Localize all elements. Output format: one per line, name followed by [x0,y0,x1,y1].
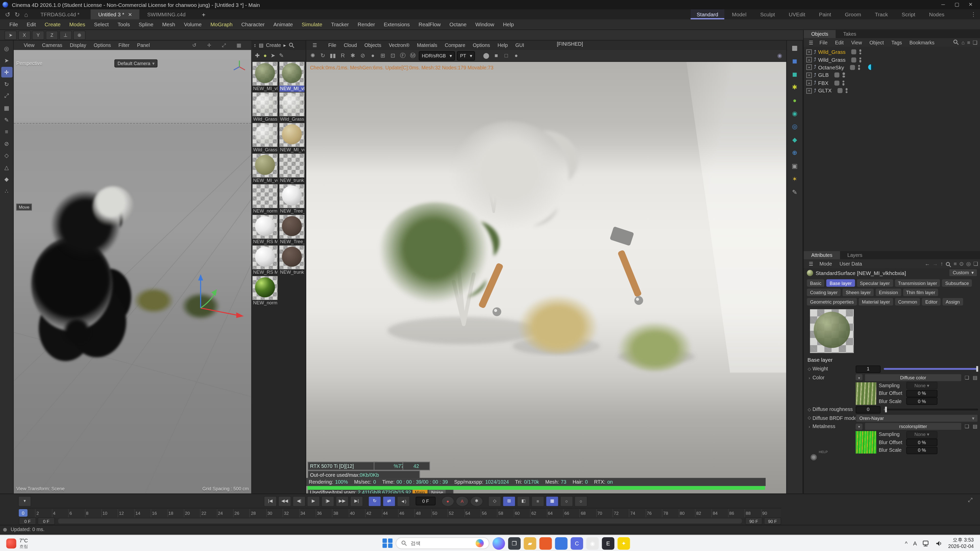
attribute-tab-chip[interactable]: Thin film layer [903,289,939,296]
coordinate-system-button[interactable]: ⊕ [73,30,86,40]
search-icon[interactable] [953,39,959,45]
weather-widget[interactable]: 7°C 흐림 [0,537,35,549]
octane-cube-blue-icon[interactable]: ◼ [792,57,797,65]
object-row[interactable]: + ⤴ Wild_Grass [803,56,980,64]
octane-sun-icon[interactable]: ✶ [792,176,797,183]
popout-icon[interactable]: ❏ [973,39,978,45]
viewport-menu-item[interactable]: Display [66,43,90,48]
timeline-ruler[interactable]: 0246810121416182022242628303234363840424… [19,508,781,517]
render-settings-button[interactable]: ✱ [349,51,357,60]
viewport-menu-item[interactable]: Filter [115,43,133,48]
menu-item[interactable]: Select [89,21,113,27]
maximize-button[interactable]: ▢ [950,0,964,10]
loop-toggle[interactable]: ↻ [368,495,381,507]
rotate-tool[interactable]: ↻ [1,79,12,89]
menu-item[interactable]: File [5,21,22,27]
attribute-tab-chip[interactable]: Coating layer [807,289,841,296]
next-frame-button[interactable]: |▶ [321,495,334,507]
attribute-tab-chip[interactable]: Subsurface [942,279,972,287]
material-item[interactable]: NEW_RS M [252,215,277,245]
lock-icon[interactable]: ⊙ [959,260,964,267]
hamburger-icon[interactable]: ☰ [806,261,816,266]
objects-menu-item[interactable]: Object [865,40,888,45]
live-viewer-menu-item[interactable]: Compare [441,43,469,48]
key-parameter-toggle[interactable]: ≡ [531,495,544,507]
material-picker-button[interactable]: ● [369,51,377,60]
filter-icon[interactable]: ≡ [954,260,957,267]
network-icon[interactable] [923,540,930,546]
viewport-pan-icon[interactable]: ✛ [204,42,215,48]
octane-material-icon[interactable]: ✱ [792,84,797,91]
goto-end-button[interactable]: ▶| [350,495,363,507]
layout-icon[interactable]: ▤ [259,43,264,48]
visibility-dots[interactable] [845,88,848,94]
expand-icon[interactable]: + [806,57,812,62]
panel-tab[interactable]: Takes [836,30,864,38]
undo-icon[interactable]: ↺ [5,11,11,18]
blur-scale-input[interactable]: 0 % [906,446,937,454]
metalness-texture-thumbnail[interactable] [856,431,877,454]
camera-selector[interactable]: Default Camera▾ [115,59,158,68]
color-texture-button[interactable]: Diffuse color [864,373,962,381]
attribute-tab-chip[interactable]: Emission [876,289,901,296]
objects-menu-item[interactable]: Edit [831,40,847,45]
visibility-dots[interactable] [842,80,845,86]
material-item[interactable]: Wild_Grass [252,92,277,122]
render-canvas[interactable]: Check:0ms./1ms. MeshGen:6ms. Update[C]:0… [306,62,786,493]
menu-item[interactable]: Window [471,21,498,27]
folder-icon[interactable]: ❏ [964,375,970,380]
live-viewer-menu-item[interactable]: Vectron® [385,43,413,48]
material-item[interactable]: Wild_Grass [252,123,277,153]
speaker-icon[interactable] [935,540,942,546]
workspace-tab[interactable]: Track [869,10,894,19]
workspace-tab[interactable]: UVEdit [783,10,811,19]
folder-icon[interactable]: ❏ [964,424,970,429]
range-inner-start[interactable]: 0 F [38,517,55,525]
object-row[interactable]: + ⤴ GLB [803,71,980,79]
close-button[interactable]: ✕ [964,0,977,10]
menu-item[interactable]: Octane [445,21,471,27]
camera-lock-icon[interactable]: ⬤ [482,51,490,60]
menu-item[interactable]: Extensions [380,21,414,27]
octane-proxy-icon[interactable]: ▣ [792,162,797,170]
record-button[interactable]: ● [441,495,454,507]
autokey-button[interactable]: A [455,495,469,507]
goto-start-button[interactable]: |◀ [264,495,277,507]
edit-toggle-icon[interactable] [851,57,856,62]
start-button[interactable] [383,538,393,548]
pick-material-icon[interactable]: ➤ [270,52,275,58]
menu-item[interactable]: Edit [22,21,40,27]
menu-item[interactable]: Modes [65,21,89,27]
roughness-slider[interactable] [884,409,978,410]
lock-y-axis-button[interactable]: Y [32,30,45,40]
sampling-select[interactable]: None ▾ [906,382,937,389]
material-item[interactable]: NEW_MI_vl [252,62,277,92]
expand-icon[interactable]: + [806,65,812,70]
redo-icon[interactable]: ↻ [14,11,20,18]
object-row[interactable]: + ⤴ GLTX [803,87,980,94]
epic-games-icon[interactable]: E [602,537,614,549]
panel-tab[interactable]: Objects [803,30,835,38]
workspace-tab[interactable]: Model [726,10,753,19]
kernel-select[interactable]: PT▾ [457,51,475,60]
material-item[interactable]: NEW_trunk [280,154,304,184]
attribute-tab-chip[interactable]: Sheen layer [843,289,874,296]
photos-icon[interactable] [555,537,568,549]
attribute-tab-chip[interactable]: Material layer [859,298,893,305]
document-tab[interactable]: SWIMMING.c4d [140,10,197,19]
material-item[interactable]: NEW_MI_vc [280,123,304,153]
viewport-menu-item[interactable]: Cameras [38,43,66,48]
film-region-icon[interactable]: ■ [492,51,500,60]
material-item[interactable]: NEW_Tree_ [280,184,304,214]
keying-set-2[interactable]: ○ [574,495,587,507]
menu-item[interactable]: Create [40,21,65,27]
brdf-select[interactable]: Oren-Nayar▾ [856,414,978,422]
ball-preview-icon[interactable]: ● [512,51,520,60]
snap-tool[interactable]: ∴ [1,186,12,196]
object-row[interactable]: + ⤴ Wild_Grass [803,48,980,56]
attribute-tab-chip[interactable]: Specular layer [857,279,893,287]
live-viewer-menu-item[interactable]: GUI [512,43,528,48]
filter-icon[interactable]: ≡ [967,39,970,45]
blur-offset-input[interactable]: 0 % [906,389,937,397]
add-object-button[interactable]: ⊞ [379,51,387,60]
